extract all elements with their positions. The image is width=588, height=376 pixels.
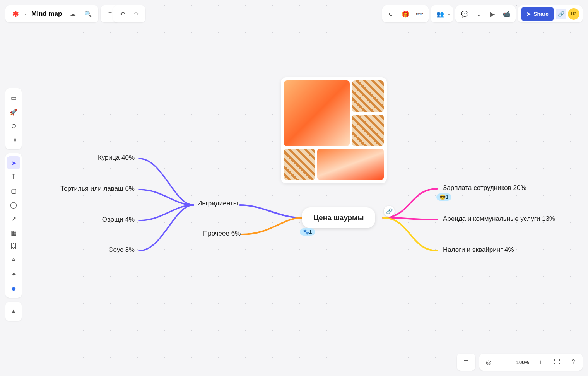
image-tile: [284, 80, 350, 146]
attached-image-card[interactable]: [281, 77, 387, 183]
reaction-badge-right[interactable]: 😎1: [436, 193, 451, 201]
mindmap-node-salary[interactable]: Зарплата сотрудников 20%: [443, 184, 526, 192]
mindmap-node-other[interactable]: Прочеее 6%: [203, 230, 241, 238]
image-tile: [317, 149, 384, 180]
mindmap-node-rent[interactable]: Аренда и коммунальные услуги 13%: [443, 215, 555, 223]
mindmap-node-taxes[interactable]: Налоги и эквайринг 4%: [443, 246, 514, 254]
image-tile: [352, 115, 384, 146]
image-tile: [284, 149, 315, 180]
image-tile: [352, 80, 384, 112]
mindmap-canvas[interactable]: Цена шаурмы 🔗 Ингридиенты Прочеее 6% Кур…: [0, 0, 588, 376]
mindmap-center-node[interactable]: Цена шаурмы: [302, 207, 375, 228]
mindmap-node-vegetables[interactable]: Овощи 4%: [102, 216, 135, 224]
mindmap-node-ingredients[interactable]: Ингридиенты: [197, 200, 238, 207]
node-link-icon[interactable]: 🔗: [384, 206, 395, 217]
reaction-badge-left[interactable]: 🐾1: [300, 228, 315, 236]
mindmap-node-sauce[interactable]: Соус 3%: [108, 246, 135, 254]
mindmap-node-tortilla[interactable]: Тортилья или лаваш 6%: [60, 185, 135, 193]
mindmap-node-chicken[interactable]: Курица 40%: [98, 154, 135, 162]
